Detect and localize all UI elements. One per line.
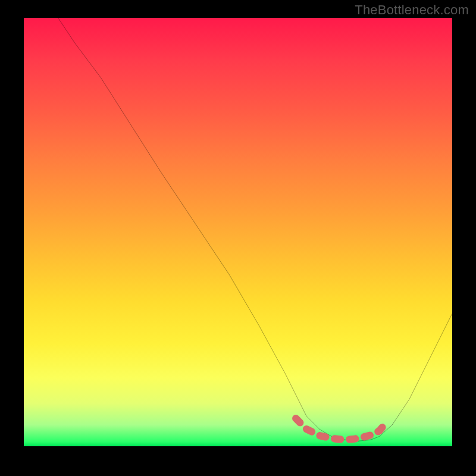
watermark-text: TheBottleneck.com	[355, 2, 469, 18]
main-curve	[58, 18, 452, 441]
bottom-overlay-curve	[296, 418, 388, 440]
chart-curve-layer	[24, 18, 452, 446]
plot-area	[24, 18, 452, 446]
